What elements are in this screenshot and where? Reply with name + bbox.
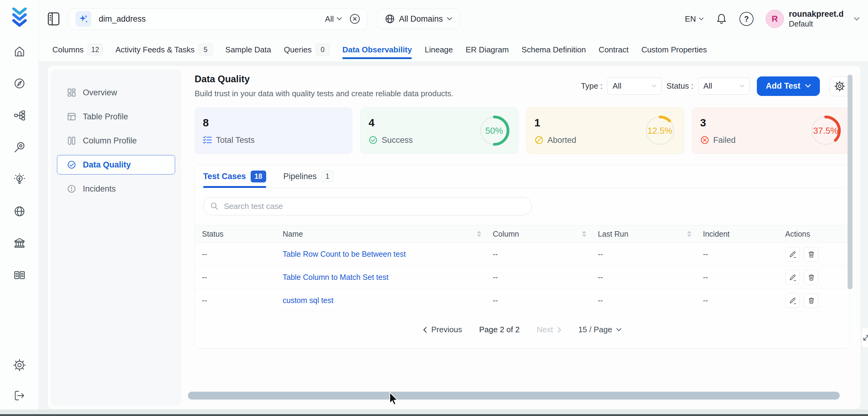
tab-schema-definition[interactable]: Schema Definition <box>522 38 586 62</box>
tab-count: 0 <box>315 43 330 56</box>
tab-contract[interactable]: Contract <box>599 38 629 62</box>
settings-gear-icon[interactable] <box>13 359 26 372</box>
test-case-link[interactable]: Table Column to Match Set test <box>283 273 493 282</box>
sidebar-bottom <box>13 359 26 402</box>
test-case-link[interactable]: Table Row Count to be Between test <box>283 250 493 259</box>
tab-activity-feeds[interactable]: Activity Feeds & Tasks5 <box>116 38 213 62</box>
subnav-item-data-quality[interactable]: Data Quality <box>57 155 175 174</box>
edit-button[interactable] <box>785 270 800 285</box>
domains-label: All Domains <box>399 14 443 24</box>
horizontal-scrollbar[interactable] <box>188 392 840 399</box>
col-incident: Incident <box>703 230 785 238</box>
page-size-select[interactable]: 15 / Page <box>578 325 621 334</box>
tab-queries[interactable]: Queries0 <box>284 38 330 62</box>
table-row: -- custom sql test -- -- -- <box>195 289 849 312</box>
stat-card-failed[interactable]: 3 Failed 37.5% <box>692 107 850 154</box>
alert-circle-icon <box>67 184 76 193</box>
check-circle-icon <box>369 135 378 145</box>
test-settings-button[interactable] <box>830 76 850 96</box>
search-scope-select[interactable]: All <box>325 14 342 24</box>
subnav-label: Incidents <box>83 184 116 194</box>
next-page-button[interactable]: Next <box>537 325 561 334</box>
type-filter-select[interactable]: All <box>607 78 661 95</box>
tab-test-cases[interactable]: Test Cases 18 <box>203 165 266 188</box>
tab-er-diagram[interactable]: ER Diagram <box>466 38 509 62</box>
cell-status: -- <box>195 273 283 282</box>
table-row: -- Table Row Count to be Between test --… <box>195 243 849 266</box>
search-input[interactable]: dim_address <box>99 14 318 24</box>
tab-data-observability[interactable]: Data Observability <box>342 38 412 62</box>
tab-pipelines[interactable]: Pipelines 1 <box>283 165 334 188</box>
cell-status: -- <box>195 250 283 259</box>
subnav-item-incidents[interactable]: Incidents <box>57 179 175 198</box>
test-case-search[interactable] <box>203 197 532 215</box>
chevron-down-icon <box>337 18 342 21</box>
logout-icon[interactable] <box>13 389 26 402</box>
global-search-bar[interactable]: dim_address All <box>68 8 368 30</box>
subnav-label: Column Profile <box>83 136 137 146</box>
checklist-icon <box>203 135 212 145</box>
success-ring: 50% <box>478 115 510 147</box>
edge-expand-button[interactable] <box>861 328 868 348</box>
app-logo[interactable] <box>8 5 31 30</box>
add-test-button[interactable]: Add Test <box>757 76 820 96</box>
check-circle-icon <box>67 160 76 169</box>
explore-compass-icon[interactable] <box>13 77 26 90</box>
stat-card-aborted[interactable]: 1 Aborted 12.5% <box>526 107 684 154</box>
sort-icon[interactable] <box>687 231 691 237</box>
cell-last-run: -- <box>598 273 703 282</box>
observability-search-icon[interactable] <box>13 141 26 154</box>
stat-label: Total Tests <box>216 135 255 145</box>
govern-bank-icon[interactable] <box>13 237 26 250</box>
tab-columns[interactable]: Columns12 <box>52 38 103 62</box>
edit-button[interactable] <box>785 293 800 308</box>
stat-card-total-tests[interactable]: 8 Total Tests <box>195 107 352 154</box>
test-case-link[interactable]: custom sql test <box>283 296 493 305</box>
sidebar-toggle-icon[interactable] <box>46 12 61 26</box>
col-actions: Actions <box>785 230 849 238</box>
help-icon[interactable]: ? <box>740 12 753 26</box>
pagination: Previous Page 2 of 2 Next 15 / Page <box>195 312 849 348</box>
x-circle-icon <box>700 135 709 145</box>
previous-page-button[interactable]: Previous <box>423 325 462 334</box>
sort-icon[interactable] <box>477 231 481 237</box>
data-quality-content: Data Quality Build trust in your data wi… <box>185 66 861 409</box>
language-select[interactable]: EN <box>685 14 704 24</box>
notifications-bell-icon[interactable] <box>716 13 727 25</box>
edit-button[interactable] <box>785 247 800 262</box>
vertical-scrollbar[interactable] <box>847 75 852 289</box>
stat-card-success[interactable]: 4 Success 50% <box>360 107 518 154</box>
domains-globe-icon[interactable] <box>13 205 26 218</box>
test-cases-count-badge: 18 <box>251 170 267 183</box>
domains-filter-button[interactable]: All Domains <box>377 8 460 29</box>
stats-row: 8 Total Tests 4 <box>195 107 850 154</box>
tab-custom-properties[interactable]: Custom Properties <box>642 38 707 62</box>
delete-button[interactable] <box>804 247 819 262</box>
chevron-right-icon <box>557 327 561 333</box>
clear-search-icon[interactable] <box>349 13 361 25</box>
tab-lineage[interactable]: Lineage <box>425 38 453 62</box>
search-scope-value: All <box>325 14 334 24</box>
subnav-item-overview[interactable]: Overview <box>57 83 175 102</box>
test-case-search-input[interactable] <box>223 201 525 211</box>
chevron-down-icon <box>616 328 621 331</box>
subnav-item-table-profile[interactable]: Table Profile <box>57 107 175 126</box>
failed-ring: 37.5% <box>810 115 841 147</box>
slash-circle-icon <box>534 135 544 145</box>
sort-icon[interactable] <box>582 231 586 237</box>
glossary-book-icon[interactable] <box>13 269 26 282</box>
test-cases-table: Status Name Column Last Run <box>195 225 849 312</box>
subnav-item-column-profile[interactable]: Column Profile <box>57 131 175 151</box>
chevron-left-icon <box>423 327 427 333</box>
logo-icon <box>11 8 28 27</box>
status-filter-select[interactable]: All <box>699 78 749 95</box>
insights-bulb-icon[interactable] <box>13 173 26 186</box>
stat-value: 3 <box>700 117 736 129</box>
delete-button[interactable] <box>804 293 819 308</box>
delete-button[interactable] <box>804 270 819 285</box>
tab-sample-data[interactable]: Sample Data <box>225 38 271 62</box>
user-menu[interactable]: R rounakpreet.d Default <box>766 9 860 29</box>
home-icon[interactable] <box>13 45 26 58</box>
status-filter-value: All <box>704 81 712 91</box>
lineage-flow-icon[interactable] <box>13 109 26 122</box>
